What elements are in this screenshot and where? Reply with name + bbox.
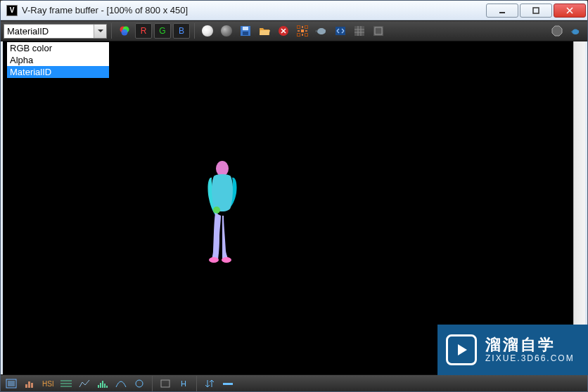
svg-rect-13 <box>301 30 304 32</box>
save-button[interactable] <box>237 23 254 39</box>
grey-sphere-button[interactable] <box>218 23 235 39</box>
maximize-button[interactable] <box>520 4 552 18</box>
svg-rect-9 <box>243 32 248 35</box>
rendered-figure <box>201 161 242 263</box>
svg-point-25 <box>209 257 219 263</box>
dropdown-caret-icon <box>94 25 106 38</box>
svg-text:HSL: HSL <box>42 380 53 388</box>
svg-rect-28 <box>8 381 15 386</box>
watermark-play-icon <box>446 334 477 365</box>
render-button[interactable] <box>568 23 584 39</box>
svg-marker-22 <box>552 26 562 36</box>
svg-rect-30 <box>28 381 30 388</box>
watermark-line1: 溜溜自学 <box>485 336 575 353</box>
sb-btn-7[interactable] <box>113 377 129 390</box>
sb-btn-4[interactable] <box>58 377 74 390</box>
svg-rect-43 <box>223 383 233 385</box>
svg-marker-44 <box>458 344 467 355</box>
svg-rect-8 <box>243 27 248 30</box>
toolbar: MaterialID R G B <box>1 20 587 41</box>
svg-rect-16 <box>298 34 300 37</box>
svg-rect-36 <box>98 385 99 388</box>
watermark-line2: ZIXUE.3D66.COM <box>485 354 575 364</box>
compare-button[interactable] <box>332 23 349 39</box>
r-channel-button[interactable]: R <box>135 23 152 39</box>
grey-sphere-icon <box>221 25 232 37</box>
svg-rect-17 <box>305 34 308 37</box>
channel-dropdown[interactable]: RGB color Alpha MaterialID <box>6 41 110 79</box>
svg-rect-14 <box>298 26 300 29</box>
sb-btn-8[interactable] <box>132 377 147 390</box>
svg-rect-15 <box>305 26 308 29</box>
statusbar: HSL H <box>1 374 587 391</box>
close-button[interactable] <box>554 4 586 18</box>
svg-rect-39 <box>104 384 106 388</box>
channel-select[interactable]: MaterialID <box>4 24 107 39</box>
sb-btn-3[interactable]: HSL <box>40 377 56 390</box>
svg-rect-37 <box>100 383 101 388</box>
separator <box>194 23 195 39</box>
window-title: V-Ray frame buffer - [100% of 800 x 450] <box>22 5 486 15</box>
white-sphere-icon <box>202 25 213 37</box>
teapot-button[interactable] <box>313 23 330 39</box>
b-channel-button[interactable]: B <box>173 23 190 39</box>
channel-option-rgb[interactable]: RGB color <box>7 42 109 54</box>
clear-button[interactable] <box>275 23 292 39</box>
g-channel-button[interactable]: G <box>154 23 171 39</box>
svg-point-6 <box>122 30 128 36</box>
svg-point-23 <box>216 161 229 176</box>
separator <box>111 23 112 39</box>
sb-btn-6[interactable] <box>95 377 110 390</box>
titlebar: V-Ray frame buffer - [100% of 800 x 450] <box>1 1 587 20</box>
white-sphere-button[interactable] <box>199 23 216 39</box>
channel-select-value: MaterialID <box>7 26 49 37</box>
sb-btn-9[interactable] <box>158 377 173 390</box>
svg-rect-42 <box>161 380 170 387</box>
separator <box>152 376 153 391</box>
channel-option-materialid[interactable]: MaterialID <box>7 66 109 78</box>
svg-point-41 <box>136 380 143 387</box>
watermark: 溜溜自学 ZIXUE.3D66.COM <box>437 325 588 375</box>
separator <box>196 376 197 391</box>
grid-button-2[interactable] <box>370 23 387 39</box>
svg-rect-29 <box>25 384 27 388</box>
svg-point-26 <box>222 257 231 263</box>
stop-render-button[interactable] <box>549 23 565 39</box>
sb-btn-1[interactable] <box>4 377 19 390</box>
rgb-circles-button[interactable] <box>116 23 133 39</box>
svg-rect-19 <box>354 26 364 36</box>
sb-btn-5[interactable] <box>77 377 92 390</box>
region-render-button[interactable] <box>294 23 311 39</box>
svg-rect-31 <box>31 383 33 388</box>
app-icon <box>6 5 18 16</box>
sb-btn-12[interactable] <box>220 377 236 390</box>
svg-rect-38 <box>102 381 103 388</box>
minimize-button[interactable] <box>486 4 518 18</box>
open-folder-button[interactable] <box>256 23 273 39</box>
svg-point-24 <box>213 207 220 214</box>
grid-button-1[interactable] <box>351 23 368 39</box>
sb-btn-10[interactable]: H <box>176 377 191 390</box>
sb-btn-2[interactable] <box>22 377 37 390</box>
svg-rect-40 <box>106 386 108 388</box>
channel-option-alpha[interactable]: Alpha <box>7 54 109 66</box>
sb-btn-11[interactable] <box>202 377 217 390</box>
svg-rect-1 <box>533 8 539 13</box>
